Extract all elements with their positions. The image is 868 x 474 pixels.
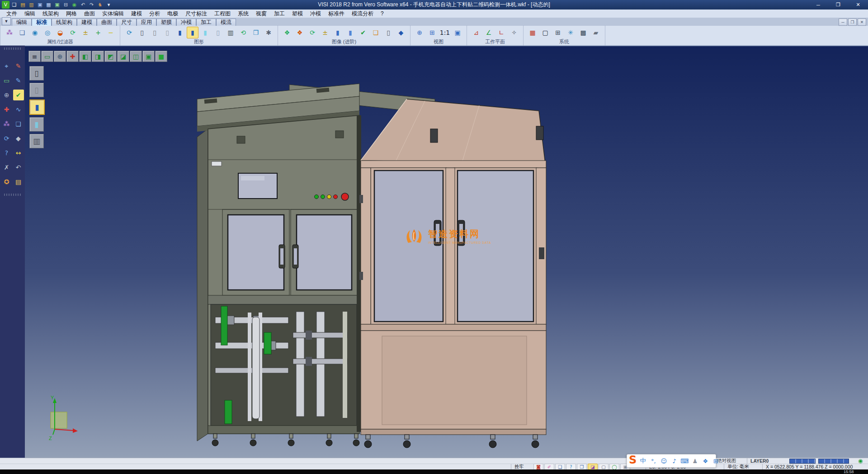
tab-machining[interactable]: 加工	[196, 19, 216, 26]
globe-icon[interactable]: ◉	[856, 458, 864, 464]
curve-tool-icon[interactable]: ∿	[13, 104, 24, 115]
system-colors-icon[interactable]: ▦	[527, 27, 538, 38]
toggle-visibility-icon[interactable]: ±	[80, 27, 91, 38]
menu-modeling[interactable]: 建模	[127, 10, 146, 18]
menu-mesh[interactable]: 网格	[62, 10, 80, 18]
status-snap-icon[interactable]: ◙	[533, 464, 543, 470]
show-entities-eye-icon[interactable]: ◉	[29, 27, 41, 38]
undo-tool-icon[interactable]: ↶	[13, 162, 24, 173]
lock-status[interactable]: 拴牢	[511, 464, 527, 469]
menu-drafting[interactable]: 工程图	[211, 10, 234, 18]
status-pick-icon[interactable]: ✐	[544, 464, 554, 470]
tab-dimension[interactable]: 尺寸	[117, 19, 137, 26]
workplane-free-icon[interactable]: ✧	[508, 27, 520, 38]
status-workplane-icon[interactable]: ◪	[588, 464, 598, 470]
open-file-icon[interactable]: ▤	[19, 1, 27, 9]
print-icon[interactable]: ⊟	[62, 1, 70, 9]
ime-skin-icon[interactable]: ❖	[701, 456, 710, 465]
view-back-cube-icon[interactable]: ▣	[142, 51, 155, 62]
menu-surface[interactable]: 曲面	[80, 10, 99, 18]
tab-die[interactable]: 冲模	[176, 19, 196, 26]
zoom-all-icon[interactable]: ⊞	[426, 27, 438, 38]
banded-cylinder-icon[interactable]: ▮	[344, 27, 356, 38]
tab-modeling[interactable]: 建模	[77, 19, 97, 26]
tab-standard[interactable]: 标准	[32, 19, 52, 26]
open-part-icon[interactable]: ▤	[13, 176, 24, 187]
workplane-align-icon[interactable]: ∠	[483, 27, 495, 38]
fit-view-icon[interactable]: ▭	[1, 75, 12, 86]
menu-window[interactable]: 视窗	[252, 10, 270, 18]
regen-graphics-icon[interactable]: ⟳	[123, 27, 135, 38]
undo-icon[interactable]: ↶	[79, 1, 87, 9]
minimize-button[interactable]: ─	[808, 0, 828, 9]
status-rotate-icon[interactable]: ❒	[577, 464, 587, 470]
status-circle-snap-icon[interactable]: ◯	[609, 464, 619, 470]
export-cylinder-icon[interactable]: ❏	[370, 27, 382, 38]
preview-icon[interactable]: ◉	[71, 1, 78, 9]
tab-apply[interactable]: 应用	[137, 19, 156, 26]
visi-logo[interactable]: V	[2, 1, 9, 9]
zoom-select-icon[interactable]: ⌖	[1, 61, 12, 71]
zoom-solid-icon[interactable]: ⊕	[1, 90, 12, 100]
menu-help[interactable]: ?	[377, 10, 387, 17]
menu-standard-parts[interactable]: 标准件	[325, 10, 348, 18]
graphics-tools-icon[interactable]: ✱	[263, 27, 274, 38]
system-matrix-icon[interactable]: ▩	[577, 27, 589, 38]
zoom-extents-icon[interactable]: ▭	[41, 51, 53, 62]
hatched-cylinder-icon[interactable]: ▥	[225, 27, 236, 38]
delete-trash-icon[interactable]: ✗	[1, 162, 12, 173]
view-left-cube-icon[interactable]: ◩	[104, 51, 117, 62]
view-bottom-cube-icon[interactable]: ◨	[92, 51, 104, 62]
system-monitor-icon[interactable]: ▢	[539, 27, 551, 38]
tab-edit[interactable]: 编辑	[12, 19, 32, 26]
menu-mould[interactable]: 塑模	[288, 10, 307, 18]
ime-punct-icon[interactable]: °,	[649, 456, 658, 465]
menu-dimension[interactable]: 尺寸标注	[182, 10, 211, 18]
viewport-3d[interactable]: Y Z ≡▭⊕✚◧◨◩◪◫▣■ ▯▯▮▮▥ 智造资料网 INTELLIGENT …	[25, 46, 868, 458]
new-file-icon[interactable]: ❑	[10, 1, 18, 9]
save-as-icon[interactable]: ▦	[45, 1, 52, 9]
render-shaded-icon[interactable]: ▮	[29, 100, 45, 115]
system-snap-icon[interactable]: ✳	[565, 27, 576, 38]
refresh-shading-icon[interactable]: ⟲	[237, 27, 249, 38]
erase-pencil-icon[interactable]: ✎	[13, 61, 24, 71]
tab-dropdown-button[interactable]: ▼	[2, 17, 11, 25]
hide-entities-eye-icon[interactable]: ◎	[42, 27, 53, 38]
scale-1-1-icon[interactable]: 1:1	[439, 27, 451, 38]
help-tool-icon[interactable]: ?	[1, 147, 12, 158]
filter-traffic-light-icon[interactable]: ◒	[54, 27, 66, 38]
ime-layout-icon[interactable]: ⊞	[711, 456, 720, 465]
flat-cylinder-icon[interactable]: ▯	[212, 27, 224, 38]
menu-wireframe[interactable]: 线架构	[39, 10, 62, 18]
maximize-button[interactable]: ❐	[828, 0, 848, 9]
remove-entity-icon[interactable]: −	[105, 27, 117, 38]
sogou-logo-icon[interactable]: S	[629, 454, 637, 466]
system-grid-icon[interactable]: ⊞	[552, 27, 564, 38]
view-iso-cube-icon[interactable]: ■	[155, 51, 167, 62]
menu-flow-analysis[interactable]: 模流分析	[348, 10, 377, 18]
menu-electrode[interactable]: 电极	[164, 10, 182, 18]
menu-analysis[interactable]: 分析	[146, 10, 164, 18]
import-file-icon[interactable]: ▥	[28, 1, 35, 9]
ime-cn-icon[interactable]: 中	[638, 456, 647, 465]
hidden-line-cylinder-icon[interactable]: ▯	[149, 27, 160, 38]
zoom-window-icon[interactable]: ▣	[452, 27, 463, 38]
measure-icon[interactable]: ↔	[13, 147, 24, 158]
view-right-cube-icon[interactable]: ◪	[117, 51, 129, 62]
shaded-cylinder-icon[interactable]: ▮	[174, 27, 186, 38]
viewbar-menu-icon[interactable]: ≡	[28, 51, 41, 62]
add-entity-icon[interactable]: +	[92, 27, 104, 38]
pan-wheel-icon[interactable]: ✪	[1, 176, 12, 187]
sketch-pencil-icon[interactable]: ✎	[13, 75, 24, 86]
mdi-restore-button[interactable]: ❐	[848, 19, 857, 26]
striped-cylinder-icon[interactable]: ▮	[332, 27, 344, 38]
add-image-cubes-icon[interactable]: ❖	[281, 27, 293, 38]
tab-flow[interactable]: 模流	[216, 19, 236, 26]
menu-edit[interactable]: 编辑	[21, 10, 39, 18]
sidebar-drag-handle[interactable]	[4, 47, 21, 50]
save-all-icon[interactable]: ▣	[53, 1, 61, 9]
system-plane-icon[interactable]: ▰	[590, 27, 602, 38]
toggle-image-cubes-icon[interactable]: ±	[319, 27, 331, 38]
shaded-edges-cylinder-icon[interactable]: ▮	[187, 27, 198, 38]
redo-icon[interactable]: ↷	[88, 1, 95, 9]
